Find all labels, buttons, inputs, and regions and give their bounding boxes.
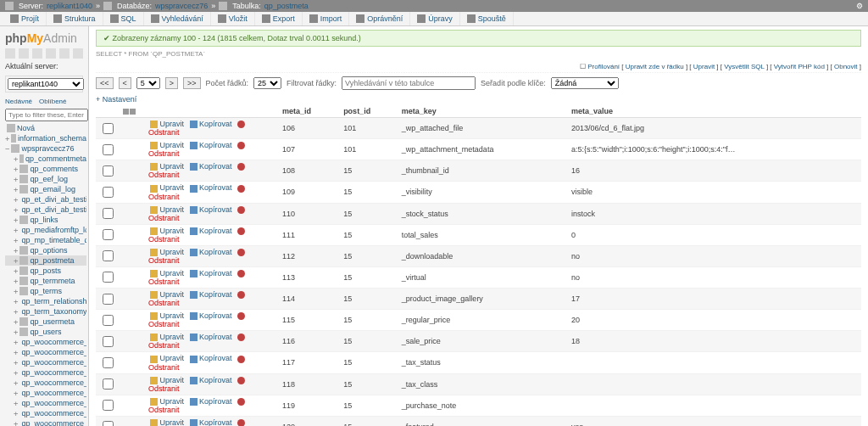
row-copy[interactable]: Kopírovat — [188, 290, 234, 299]
row-copy[interactable]: Kopírovat — [188, 141, 234, 149]
tree-table[interactable]: + qp_usermeta — [5, 317, 86, 327]
tree-table[interactable]: + qp_woocommerce_api_keys — [5, 337, 86, 347]
row-check[interactable] — [103, 144, 114, 155]
edit-link[interactable]: Upravit — [693, 63, 715, 70]
tree-table[interactable]: + qp_woocommerce_sessions — [5, 408, 86, 418]
tree-table[interactable]: + qp_commentmeta — [5, 154, 86, 164]
tab-favorite[interactable]: Oblíbené — [39, 98, 66, 105]
db-link[interactable]: wpspravcecz76 — [155, 2, 208, 10]
tree-table[interactable]: + qp_terms — [5, 286, 86, 296]
row-check[interactable] — [103, 357, 114, 368]
row-edit[interactable]: Upravit — [148, 354, 186, 362]
tree-db[interactable]: + information_schema — [5, 133, 86, 143]
row-copy[interactable]: Kopírovat — [188, 205, 234, 214]
tree-table[interactable]: + qp_options — [5, 245, 86, 255]
row-edit[interactable]: Upravit — [148, 205, 186, 214]
tab-opravneni[interactable]: Oprávnění — [349, 12, 410, 25]
tab-export[interactable]: Export — [255, 12, 303, 25]
row-check[interactable] — [103, 187, 114, 198]
row-copy[interactable]: Kopírovat — [188, 162, 234, 171]
row-edit[interactable]: Upravit — [148, 120, 186, 128]
tree-db[interactable]: − wpspravcecz76 — [5, 143, 86, 154]
row-edit[interactable]: Upravit — [148, 141, 186, 149]
row-copy[interactable]: Kopírovat — [188, 183, 234, 192]
tree-table[interactable]: + qp_woocommerce_shipping_ — [5, 418, 86, 426]
tree-table[interactable]: + qp_mediafromftp_log — [5, 225, 86, 235]
row-edit[interactable]: Upravit — [148, 227, 186, 235]
home-icon[interactable] — [5, 48, 15, 59]
row-check[interactable] — [103, 208, 114, 219]
row-check[interactable] — [103, 378, 114, 390]
tree-table[interactable]: + qp_woocommerce_order_iten — [5, 388, 86, 398]
tree-table[interactable]: + qp_links — [5, 215, 86, 225]
refresh-link[interactable]: Obnovit — [834, 63, 858, 70]
row-edit[interactable]: Upravit — [148, 290, 186, 299]
tree-table[interactable]: + qp_posts — [5, 266, 86, 276]
tree-table[interactable]: + qp_email_log — [5, 184, 86, 194]
rows-select[interactable]: 25 — [253, 77, 281, 89]
sort-select[interactable]: Žádná — [551, 77, 619, 89]
exit-icon[interactable] — [19, 48, 29, 59]
reload-icon[interactable] — [73, 48, 83, 59]
server-link[interactable]: replikant1040 — [47, 2, 92, 10]
settings-icon[interactable] — [59, 48, 70, 59]
row-edit[interactable]: Upravit — [148, 311, 186, 320]
table-link[interactable]: qp_postmeta — [264, 2, 309, 10]
next-page-button[interactable]: > — [165, 77, 178, 89]
row-copy[interactable]: Kopírovat — [188, 227, 234, 235]
row-edit[interactable]: Upravit — [148, 183, 186, 192]
row-copy[interactable]: Kopírovat — [188, 120, 234, 128]
row-edit[interactable]: Upravit — [148, 418, 186, 426]
row-copy[interactable]: Kopírovat — [188, 354, 234, 362]
row-copy[interactable]: Kopírovat — [188, 397, 234, 406]
row-check[interactable] — [103, 229, 114, 240]
row-edit[interactable]: Upravit — [148, 162, 186, 171]
row-edit[interactable]: Upravit — [148, 269, 186, 277]
sql-icon[interactable] — [32, 48, 42, 59]
server-select[interactable]: replikant1040 — [8, 78, 84, 90]
tab-vyhledavani[interactable]: Vyhledávání — [144, 12, 211, 25]
tab-struktura[interactable]: Struktura — [47, 12, 103, 25]
tree-table[interactable]: + qp_mp_timetable_data — [5, 235, 86, 245]
tree-table[interactable]: + qp_woocommerce_attribute_t — [5, 347, 86, 357]
sort-asc-icon[interactable] — [123, 109, 129, 115]
tree-table[interactable]: + qp_woocommerce_log — [5, 367, 86, 378]
tree-table[interactable]: + qp_eef_log — [5, 174, 86, 184]
row-copy[interactable]: Kopírovat — [188, 311, 234, 320]
tree-table[interactable]: + qp_woocommerce_payment_ — [5, 398, 86, 408]
row-edit[interactable]: Upravit — [148, 376, 186, 384]
row-check[interactable] — [103, 123, 114, 134]
row-edit[interactable]: Upravit — [148, 397, 186, 406]
tree-table[interactable]: + qp_term_relationships — [5, 296, 86, 306]
tab-spouste[interactable]: Spouště — [460, 12, 514, 25]
col-meta-key[interactable]: meta_key — [398, 105, 568, 118]
tree-table[interactable]: + qp_comments — [5, 164, 86, 174]
prev-page-button[interactable]: < — [119, 77, 131, 89]
row-copy[interactable]: Kopírovat — [188, 418, 234, 426]
tab-projit[interactable]: Projít — [3, 12, 47, 25]
row-copy[interactable]: Kopírovat — [188, 248, 234, 256]
tab-sql[interactable]: SQL — [103, 12, 144, 25]
tree-filter[interactable] — [5, 109, 88, 121]
tree-table[interactable]: + qp_woocommerce_order_item — [5, 378, 86, 388]
row-copy[interactable]: Kopírovat — [188, 269, 234, 277]
tab-upravy[interactable]: Úpravy — [410, 12, 460, 25]
row-check[interactable] — [103, 421, 114, 426]
explain-link[interactable]: Vysvětlit SQL — [724, 63, 764, 70]
docs-icon[interactable] — [46, 48, 56, 59]
row-check[interactable] — [103, 272, 114, 283]
tab-vlozit[interactable]: Vložit — [211, 12, 255, 25]
row-copy[interactable]: Kopírovat — [188, 376, 234, 384]
tree-table[interactable]: + qp_et_divi_ab_testing_stats — [5, 205, 86, 215]
tree-nova[interactable]: Nová — [5, 123, 86, 133]
tree-table[interactable]: + qp_woocommerce_download — [5, 357, 86, 367]
row-check[interactable] — [103, 315, 114, 326]
sort-desc-icon[interactable] — [130, 109, 136, 115]
phpcode-link[interactable]: Vytvořit PHP kód — [774, 63, 825, 70]
tree-table[interactable]: + qp_term_taxonomy — [5, 306, 86, 317]
page-select[interactable]: 5 — [136, 77, 160, 89]
profiling-link[interactable]: Profilování — [587, 63, 620, 70]
col-meta-value[interactable]: meta_value — [568, 105, 861, 118]
col-meta-id[interactable]: meta_id — [279, 105, 340, 118]
row-copy[interactable]: Kopírovat — [188, 333, 234, 341]
